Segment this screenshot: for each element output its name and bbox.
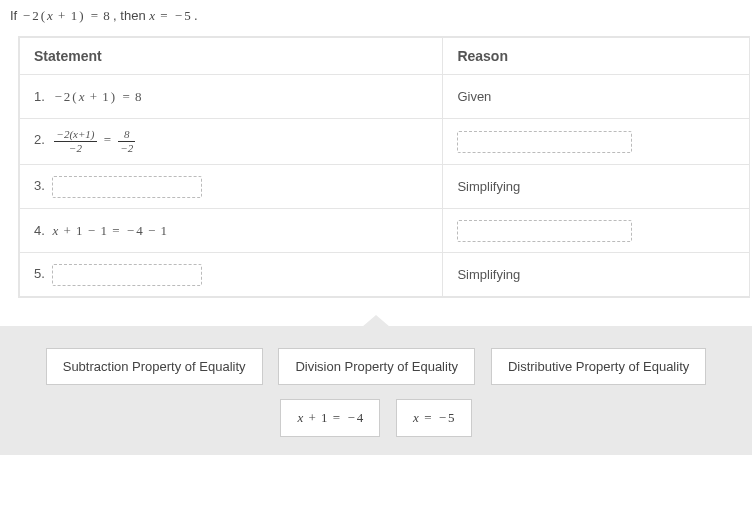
- reason-text: Simplifying: [457, 267, 520, 282]
- answer-bank-row: x + 1 = −4 x = −5: [20, 399, 732, 437]
- reason-drop-zone[interactable]: [457, 131, 632, 153]
- frac-numerator: −2(x+1): [54, 129, 96, 141]
- answer-chip-subtraction[interactable]: Subtraction Property of Equality: [46, 348, 263, 385]
- reason-cell: [443, 119, 750, 165]
- problem-prefix: If: [10, 8, 21, 23]
- statement-math: −2(x+1) −2 = 8 −2: [52, 132, 137, 147]
- row-number: 5.: [34, 266, 45, 281]
- problem-statement: If −2(x + 1) = 8 , then x = −5 .: [0, 0, 752, 36]
- problem-hypothesis: −2(x + 1) = 8: [21, 8, 113, 23]
- answer-chip-eq2[interactable]: x = −5: [396, 399, 471, 437]
- statement-cell: 1. −2(x + 1) = 8: [20, 75, 443, 119]
- answer-chip-distributive[interactable]: Distributive Property of Equality: [491, 348, 706, 385]
- problem-conclusion: x = −5: [149, 8, 194, 23]
- row-number: 2.: [34, 132, 45, 147]
- header-reason: Reason: [443, 38, 750, 75]
- statement-drop-zone[interactable]: [52, 176, 202, 198]
- statement-cell: 3.: [20, 165, 443, 209]
- frac-denominator: −2: [54, 141, 96, 154]
- proof-container: Statement Reason 1. −2(x + 1) = 8 Given: [18, 36, 750, 298]
- proof-table: Statement Reason 1. −2(x + 1) = 8 Given: [19, 37, 750, 297]
- statement-cell: 5.: [20, 253, 443, 297]
- frac-denominator: −2: [118, 141, 135, 154]
- reason-cell: Simplifying: [443, 165, 750, 209]
- statement-math: x + 1 − 1 = −4 − 1: [52, 223, 167, 238]
- reason-drop-zone[interactable]: [457, 220, 632, 242]
- problem-mid: , then: [113, 8, 149, 23]
- reason-text: Simplifying: [457, 179, 520, 194]
- caret-up-icon: [362, 315, 390, 327]
- problem-suffix: .: [194, 8, 198, 23]
- reason-cell: Given: [443, 75, 750, 119]
- answer-chip-eq1[interactable]: x + 1 = −4: [280, 399, 380, 437]
- table-row: 1. −2(x + 1) = 8 Given: [20, 75, 750, 119]
- answer-bank-row: Subtraction Property of Equality Divisio…: [20, 348, 732, 385]
- statement-drop-zone[interactable]: [52, 264, 202, 286]
- table-row: 2. −2(x+1) −2 = 8 −2: [20, 119, 750, 165]
- frac-numerator: 8: [118, 129, 135, 141]
- table-row: 3. Simplifying: [20, 165, 750, 209]
- reason-text: Given: [457, 89, 491, 104]
- table-row: 4. x + 1 − 1 = −4 − 1: [20, 209, 750, 253]
- statement-cell: 4. x + 1 − 1 = −4 − 1: [20, 209, 443, 253]
- answer-bank: Subtraction Property of Equality Divisio…: [0, 326, 752, 455]
- statement-cell: 2. −2(x+1) −2 = 8 −2: [20, 119, 443, 165]
- header-statement: Statement: [20, 38, 443, 75]
- row-number: 1.: [34, 89, 45, 104]
- statement-math: −2(x + 1) = 8: [52, 89, 141, 104]
- row-number: 3.: [34, 178, 45, 193]
- reason-cell: [443, 209, 750, 253]
- answer-bank-container: Subtraction Property of Equality Divisio…: [0, 326, 752, 455]
- row-number: 4.: [34, 223, 45, 238]
- table-row: 5. Simplifying: [20, 253, 750, 297]
- answer-chip-division[interactable]: Division Property of Equality: [278, 348, 475, 385]
- reason-cell: Simplifying: [443, 253, 750, 297]
